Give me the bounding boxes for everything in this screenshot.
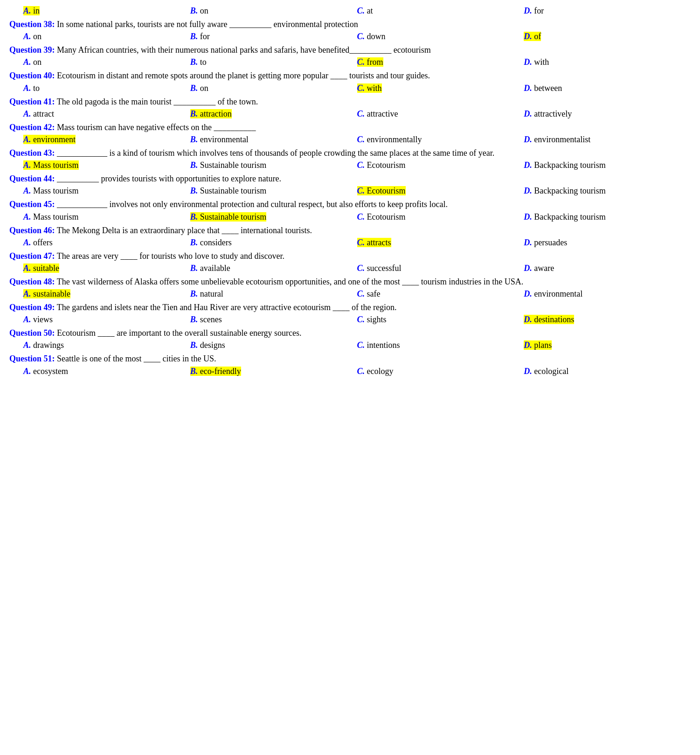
option-letter-top-options-0: A. <box>23 6 31 15</box>
option-text-q39-3: with <box>532 57 549 67</box>
option-q39-0: A. on <box>23 57 190 67</box>
option-q43-2: C. Ecotourism <box>357 160 524 170</box>
options-row-top-options: A. inB. onC. atD. for <box>23 6 691 16</box>
question-block-q48: Question 48: The vast wilderness of Alas… <box>9 276 691 299</box>
options-row-q39: A. onB. toC. fromD. with <box>23 57 691 67</box>
option-q44-0: A. Mass tourism <box>23 186 190 196</box>
option-letter-q50-3: D. <box>524 340 532 350</box>
option-letter-q48-2: C. <box>357 289 365 298</box>
option-letter-q44-0: A. <box>23 186 31 195</box>
option-q41-0: A. attract <box>23 109 190 119</box>
option-letter-q45-2: C. <box>357 212 365 222</box>
question-text-q39: Question 39: Many African countries, wit… <box>9 44 691 56</box>
option-q42-3: D. environmentalist <box>524 135 691 145</box>
options-row-q38: A. onB. forC. downD. of <box>23 32 691 42</box>
option-letter-q43-1: B. <box>190 160 198 170</box>
option-text-q45-3: Backpacking tourism <box>532 212 606 222</box>
option-text-q38-3: of <box>532 32 541 41</box>
option-text-top-options-0: in <box>31 6 40 15</box>
option-letter-q46-0: A. <box>23 238 31 247</box>
option-text-top-options-3: for <box>532 6 544 15</box>
option-letter-q39-1: B. <box>190 57 198 67</box>
option-letter-q49-2: C. <box>357 315 365 324</box>
question-block-q39: Question 39: Many African countries, wit… <box>9 44 691 67</box>
option-q48-2: C. safe <box>357 289 524 299</box>
options-row-q45: A. Mass tourismB. Sustainable tourismC. … <box>23 212 691 222</box>
question-body-q40: Ecotourism in distant and remote spots a… <box>55 71 430 80</box>
option-text-q46-3: persuades <box>532 238 567 247</box>
option-text-q44-3: Backpacking tourism <box>532 186 606 195</box>
option-q43-0: A. Mass tourism <box>23 160 190 170</box>
option-letter-q43-0: A. <box>23 160 31 170</box>
option-text-q51-2: ecology <box>365 367 393 376</box>
option-text-q41-3: attractively <box>532 109 572 118</box>
option-text-q51-1: eco-friendly <box>198 367 241 376</box>
options-row-q41: A. attractB. attractionC. attractiveD. a… <box>23 109 691 119</box>
option-text-q43-2: Ecotourism <box>365 160 406 170</box>
option-top-options-0: A. in <box>23 6 190 16</box>
option-q46-0: A. offers <box>23 238 190 248</box>
option-q47-0: A. suitable <box>23 263 190 273</box>
option-q51-0: A. ecosystem <box>23 367 190 376</box>
option-text-q40-3: between <box>532 83 562 93</box>
option-letter-q40-1: B. <box>190 83 198 93</box>
question-block-q45: Question 45: ____________ involves not o… <box>9 199 691 222</box>
question-text-q42: Question 42: Mass tourism can have negat… <box>9 122 691 133</box>
option-letter-q40-2: C. <box>357 83 365 93</box>
option-letter-q40-3: D. <box>524 83 532 93</box>
option-q43-1: B. Sustainable tourism <box>190 160 357 170</box>
question-body-q46: The Mekong Delta is an extraordinary pla… <box>55 226 312 235</box>
option-text-q48-1: natural <box>198 289 223 298</box>
question-block-q43: Question 43: ____________ is a kind of t… <box>9 147 691 170</box>
option-top-options-1: B. on <box>190 6 357 16</box>
option-text-q45-2: Ecotourism <box>365 212 406 222</box>
question-block-q50: Question 50: Ecotourism ____ are importa… <box>9 327 691 350</box>
option-letter-q47-2: C. <box>357 263 365 273</box>
question-block-q40: Question 40: Ecotourism in distant and r… <box>9 70 691 93</box>
question-text-q44: Question 44: __________ provides tourist… <box>9 173 691 185</box>
question-text-q43: Question 43: ____________ is a kind of t… <box>9 147 691 159</box>
question-body-q44: __________ provides tourists with opport… <box>55 174 281 183</box>
option-text-q49-0: views <box>31 315 53 324</box>
option-text-q47-2: successful <box>365 263 401 273</box>
option-text-q44-0: Mass tourism <box>31 186 79 195</box>
option-letter-q45-3: D. <box>524 212 532 222</box>
option-q42-1: B. environmental <box>190 135 357 145</box>
option-q48-3: D. environmental <box>524 289 691 299</box>
option-text-q49-2: sights <box>365 315 387 324</box>
option-q45-0: A. Mass tourism <box>23 212 190 222</box>
option-text-top-options-1: on <box>198 6 208 15</box>
option-text-q50-1: designs <box>198 340 225 350</box>
option-q47-3: D. aware <box>524 263 691 273</box>
option-letter-q46-2: C. <box>357 238 365 247</box>
option-text-q48-3: environmental <box>532 289 582 298</box>
option-q51-2: C. ecology <box>357 367 524 376</box>
question-text-q47: Question 47: The areas are very ____ for… <box>9 250 691 262</box>
option-letter-q43-2: C. <box>357 160 365 170</box>
option-q42-0: A. environment <box>23 135 190 145</box>
option-text-q47-1: available <box>198 263 230 273</box>
question-label-q48: Question 48: <box>9 277 55 286</box>
option-text-q41-1: attraction <box>198 109 231 118</box>
option-q49-3: D. destinations <box>524 315 691 325</box>
question-body-q47: The areas are very ____ for tourists who… <box>55 251 285 261</box>
option-letter-q50-2: C. <box>357 340 365 350</box>
option-letter-q48-0: A. <box>23 289 31 298</box>
option-letter-q39-0: A. <box>23 57 31 67</box>
option-text-top-options-2: at <box>365 6 373 15</box>
question-block-q51: Question 51: Seattle is one of the most … <box>9 353 691 376</box>
option-q49-0: A. views <box>23 315 190 325</box>
option-q47-1: B. available <box>190 263 357 273</box>
option-letter-q49-0: A. <box>23 315 31 324</box>
option-letter-q42-2: C. <box>357 135 365 144</box>
option-text-q45-0: Mass tourism <box>31 212 79 222</box>
option-letter-q44-3: D. <box>524 186 532 195</box>
option-text-q43-0: Mass tourism <box>31 160 79 170</box>
option-text-q46-1: considers <box>198 238 231 247</box>
option-letter-q41-2: C. <box>357 109 365 118</box>
option-q42-2: C. environmentally <box>357 135 524 145</box>
option-q46-2: C. attracts <box>357 238 524 248</box>
option-text-q50-2: intentions <box>365 340 400 350</box>
question-label-q42: Question 42: <box>9 123 55 132</box>
option-letter-q38-2: C. <box>357 32 365 41</box>
